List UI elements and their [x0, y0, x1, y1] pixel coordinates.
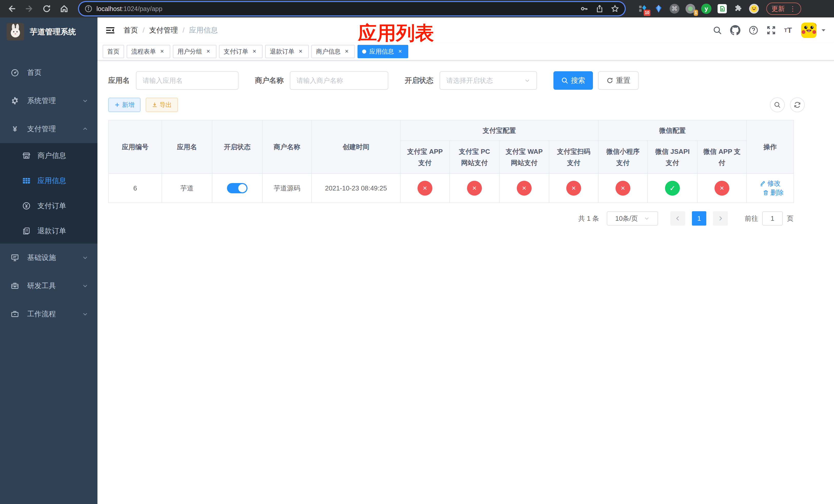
extension-y-icon[interactable]: y: [701, 4, 711, 14]
app-name-input[interactable]: 请输入应用名: [136, 71, 239, 90]
browser-menu-icon[interactable]: ⋮: [789, 5, 796, 13]
sidebar-item-workflow[interactable]: 工作流程: [0, 300, 97, 328]
info-icon[interactable]: [85, 5, 92, 13]
browser-toolbar: localhost:1024/pay/app 10 ⌘ 1 y: [0, 0, 834, 18]
add-button[interactable]: 新增: [108, 98, 140, 112]
edit-link[interactable]: 修改: [760, 179, 781, 188]
tab-user-group[interactable]: 用户分组×: [173, 45, 216, 58]
close-icon[interactable]: ×: [205, 48, 212, 55]
close-icon[interactable]: ×: [251, 48, 258, 55]
sidebar-item-system[interactable]: 系统管理: [0, 87, 97, 115]
address-bar[interactable]: localhost:1024/pay/app: [79, 2, 625, 15]
app-logo: [7, 23, 24, 41]
breadcrumb-item[interactable]: 首页: [124, 25, 138, 35]
home-icon[interactable]: [58, 2, 71, 15]
profile-avatar-icon[interactable]: [749, 4, 759, 14]
font-size-icon[interactable]: TT: [784, 26, 792, 34]
goto-unit: 页: [787, 214, 793, 223]
status-toggle[interactable]: [227, 183, 247, 193]
url-text[interactable]: localhost:1024/pay/app: [96, 5, 162, 13]
cell-app-name: 芋道: [162, 174, 212, 203]
close-icon[interactable]: ×: [396, 48, 404, 55]
extension-status-icon[interactable]: 1: [685, 4, 696, 14]
extension-doc-icon[interactable]: [717, 4, 727, 14]
sidebar-toggle-icon[interactable]: [105, 25, 115, 36]
reload-icon[interactable]: [40, 2, 53, 15]
share-icon[interactable]: [595, 5, 604, 13]
status-label: 开启状态: [405, 76, 433, 85]
help-icon[interactable]: [749, 25, 758, 35]
extension-command-icon[interactable]: ⌘: [670, 4, 680, 14]
sidebar-item-dev-tools[interactable]: 研发工具: [0, 272, 97, 300]
col-header-alipay-qr: 支付宝扫码支付: [549, 141, 598, 174]
page-size-select[interactable]: 10条/页: [607, 211, 658, 226]
search-button[interactable]: 搜索: [553, 71, 593, 90]
browser-update-button[interactable]: 更新 ⋮: [766, 3, 801, 15]
col-header-wx-jsapi: 微信 JSAPI 支付: [648, 141, 697, 174]
page-annotation: 应用列表: [358, 21, 434, 46]
export-button[interactable]: 导出: [146, 98, 178, 112]
yen-icon: ¥: [10, 124, 20, 133]
sidebar-item-pay-order[interactable]: 支付订单: [0, 193, 97, 219]
page-1-button[interactable]: 1: [692, 211, 706, 226]
sidebar-item-home[interactable]: 首页: [0, 59, 97, 87]
caret-down-icon[interactable]: [821, 27, 826, 33]
key-icon[interactable]: [580, 5, 588, 13]
show-search-button[interactable]: [770, 97, 785, 112]
navbar-actions: TT: [704, 23, 826, 38]
fullscreen-icon[interactable]: [767, 26, 776, 35]
sidebar-logo-row[interactable]: 芋道管理系统: [0, 18, 97, 46]
extension-tiles-icon[interactable]: 10: [638, 4, 648, 14]
extension-gem-icon[interactable]: [654, 4, 664, 14]
sidebar-item-payment[interactable]: ¥ 支付管理: [0, 115, 97, 143]
tab-home[interactable]: 首页: [103, 45, 124, 58]
sidebar-menu: 首页 系统管理 ¥ 支付管理: [0, 46, 97, 328]
sidebar-item-label: 退款订单: [38, 226, 66, 236]
alipay-app-status-badge: ×: [418, 181, 432, 196]
tab-pay-order[interactable]: 支付订单×: [219, 45, 263, 58]
app-table: 应用编号 应用名 开启状态 商户名称 创建时间 支付宝配置 微信配置 操作 支付…: [108, 120, 794, 203]
chevron-down-icon: [524, 77, 530, 84]
tab-refund-order[interactable]: 退款订单×: [265, 45, 309, 58]
briefcase-icon: [10, 310, 20, 318]
tab-process-form[interactable]: 流程表单×: [127, 45, 170, 58]
cell-created: 2021-10-23 08:49:25: [312, 174, 400, 203]
prev-page-button[interactable]: [671, 211, 685, 226]
sidebar-item-app-info[interactable]: 应用信息: [0, 168, 97, 193]
goto-label: 前往: [745, 214, 758, 223]
reset-button[interactable]: 重置: [598, 71, 639, 90]
next-page-button[interactable]: [713, 211, 728, 226]
goto-page-input[interactable]: [762, 211, 783, 226]
back-icon[interactable]: [5, 2, 19, 15]
sidebar-item-infrastructure[interactable]: 基础设施: [0, 244, 97, 272]
tags-view: 首页 流程表单× 用户分组× 支付订单× 退款订单× 商户信息× 应用信息×: [97, 43, 834, 61]
sidebar-item-merchant-info[interactable]: 商户信息: [0, 143, 97, 168]
edit-icon: [760, 180, 766, 186]
grid-icon: [22, 176, 31, 185]
close-icon[interactable]: ×: [297, 48, 304, 55]
col-header-alipay-app: 支付宝 APP 支付: [400, 141, 449, 174]
github-icon[interactable]: [730, 25, 740, 36]
tab-app-info[interactable]: 应用信息×: [357, 45, 408, 58]
sidebar-item-label: 研发工具: [27, 281, 56, 291]
extensions-puzzle-icon[interactable]: [733, 4, 743, 14]
user-avatar[interactable]: [801, 23, 816, 38]
bookmark-star-icon[interactable]: [611, 5, 619, 13]
merchant-name-input[interactable]: 请输入商户名称: [290, 71, 388, 90]
table-toolbar: 新增 导出: [108, 97, 805, 112]
alipay-pc-status-badge: ×: [467, 181, 482, 196]
sidebar-item-refund-order[interactable]: 退款订单: [0, 219, 97, 244]
breadcrumb-item[interactable]: 支付管理: [149, 25, 178, 35]
refresh-table-button[interactable]: [790, 97, 805, 112]
close-icon[interactable]: ×: [343, 48, 350, 55]
close-icon[interactable]: ×: [158, 48, 166, 55]
col-group-wechat: 微信配置: [598, 120, 747, 141]
status-select[interactable]: 请选择开启状态: [440, 71, 537, 90]
monitor-icon: [10, 254, 20, 262]
sidebar-item-label: 基础设施: [27, 253, 56, 262]
search-icon[interactable]: [713, 26, 722, 35]
tab-merchant-info[interactable]: 商户信息×: [311, 45, 355, 58]
sidebar-item-label: 商户信息: [38, 151, 66, 160]
delete-link[interactable]: 删除: [763, 188, 784, 197]
col-header-status: 开启状态: [212, 120, 262, 174]
